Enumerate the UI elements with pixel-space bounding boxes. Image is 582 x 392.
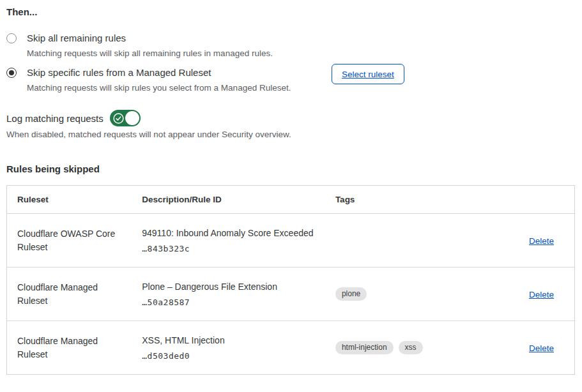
option-skip-all-text: Skip all remaining rules Matching reques… (27, 32, 273, 59)
ruleset-name: Cloudflare Managed Ruleset (17, 335, 121, 361)
column-header-actions (486, 186, 575, 214)
rule-description: 949110: Inbound Anomaly Score Exceeded (142, 227, 325, 239)
radio-skip-all-icon[interactable] (6, 33, 17, 43)
column-header-description: Description/Rule ID (132, 186, 325, 214)
tags-cell: plone (325, 268, 486, 321)
ruleset-cell: Cloudflare OWASP Core Ruleset (7, 214, 132, 268)
then-heading: Then... (6, 6, 37, 17)
select-ruleset-button[interactable]: Select ruleset (332, 64, 404, 84)
rule-description: Plone – Dangerous File Extension (142, 281, 325, 292)
option-skip-specific-description: Matching requests will skip rules you se… (27, 82, 291, 93)
actions-cell: Delete (486, 214, 575, 268)
delete-link[interactable]: Delete (529, 290, 554, 299)
ruleset-cell: Cloudflare Managed Ruleset (7, 321, 132, 375)
rule-id: …843b323c (142, 244, 325, 253)
rules-being-skipped-table: Ruleset Description/Rule ID Tags Cloudfl… (6, 185, 575, 375)
option-skip-all: Skip all remaining rules Matching reques… (6, 32, 273, 59)
tags-cell (325, 214, 486, 268)
tag-badge: html-injection (335, 341, 394, 354)
option-skip-specific-label: Skip specific rules from a Managed Rules… (27, 66, 291, 79)
ruleset-name: Cloudflare Managed Ruleset (17, 281, 121, 308)
actions-cell: Delete (486, 321, 575, 375)
tag-badge: xss (399, 341, 423, 354)
column-header-ruleset: Ruleset (7, 186, 132, 214)
radio-skip-specific-icon[interactable] (6, 68, 17, 78)
delete-link[interactable]: Delete (529, 343, 554, 353)
option-skip-specific-text: Skip specific rules from a Managed Rules… (27, 66, 291, 93)
delete-link[interactable]: Delete (529, 236, 554, 246)
option-skip-all-description: Matching requests will skip all remainin… (27, 48, 273, 59)
log-matching-row: Log matching requests (6, 110, 141, 126)
waf-rule-form: Then... Skip all remaining rules Matchin… (0, 0, 582, 392)
log-matching-label: Log matching requests (6, 113, 103, 124)
actions-cell: Delete (486, 268, 575, 321)
description-cell: Plone – Dangerous File Extension…50a2858… (132, 268, 325, 321)
log-matching-toggle[interactable] (110, 110, 141, 126)
ruleset-name: Cloudflare OWASP Core Ruleset (17, 227, 121, 254)
check-circle-icon (113, 113, 124, 124)
description-cell: 949110: Inbound Anomaly Score Exceeded…8… (132, 214, 325, 268)
rule-id: …d503ded0 (142, 351, 325, 361)
ruleset-cell: Cloudflare Managed Ruleset (7, 268, 132, 321)
tags-cell: html-injectionxss (325, 321, 486, 375)
tags-list: html-injectionxss (335, 341, 486, 354)
table-row: Cloudflare Managed RulesetPlone – Danger… (7, 268, 575, 321)
option-skip-specific: Skip specific rules from a Managed Rules… (6, 66, 291, 93)
table-header-row: Ruleset Description/Rule ID Tags (7, 186, 575, 214)
tag-badge: plone (335, 287, 367, 301)
option-skip-all-label: Skip all remaining rules (27, 32, 273, 45)
rules-table-body: Cloudflare OWASP Core Ruleset949110: Inb… (7, 214, 575, 375)
description-cell: XSS, HTML Injection…d503ded0 (132, 321, 325, 375)
column-header-tags: Tags (325, 186, 486, 214)
rules-table-title: Rules being skipped (6, 163, 100, 174)
rule-id: …50a28587 (142, 298, 325, 307)
log-matching-description: When disabled, matched requests will not… (6, 130, 291, 139)
table-row: Cloudflare OWASP Core Ruleset949110: Inb… (7, 214, 575, 268)
rule-description: XSS, HTML Injection (142, 335, 325, 346)
toggle-knob (125, 111, 139, 125)
table-row: Cloudflare Managed RulesetXSS, HTML Inje… (7, 321, 575, 375)
tags-list: plone (335, 287, 486, 301)
